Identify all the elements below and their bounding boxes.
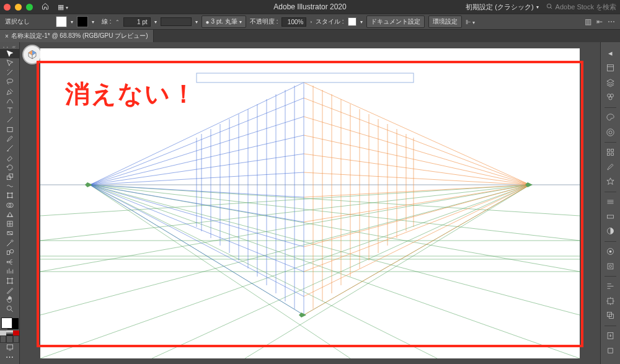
- annotation-text: 消えない！: [65, 77, 197, 111]
- expand-panels-icon[interactable]: ◂: [601, 46, 621, 61]
- shape-builder-tool[interactable]: [0, 200, 20, 210]
- brushes-icon[interactable]: [601, 159, 621, 174]
- color-mode-row[interactable]: [0, 331, 19, 335]
- canvas[interactable]: 消えない！: [20, 42, 600, 364]
- mesh-tool[interactable]: [0, 220, 20, 229]
- graphic-styles-icon[interactable]: [601, 259, 621, 273]
- properties-icon[interactable]: [601, 61, 621, 76]
- scale-tool[interactable]: [0, 172, 20, 181]
- style-swatch[interactable]: [348, 17, 356, 26]
- tab-label: 名称未設定-1* @ 68.83% (RGB/GPU プレビュー): [11, 32, 148, 40]
- svg-rect-97: [608, 64, 614, 71]
- app-title: Adobe Illustrator 2020: [273, 2, 346, 11]
- document-tab-strip: × 名称未設定-1* @ 68.83% (RGB/GPU プレビュー): [0, 30, 620, 42]
- maximize-window-button[interactable]: [26, 4, 33, 11]
- stock-search[interactable]: Adobe Stock を検索: [546, 2, 616, 12]
- eraser-tool[interactable]: [0, 153, 20, 162]
- rectangle-tool[interactable]: [0, 125, 20, 134]
- svg-rect-6: [9, 174, 12, 177]
- hand-tool[interactable]: [0, 295, 20, 304]
- perspective-widget[interactable]: [22, 45, 42, 64]
- line-tool[interactable]: [0, 115, 20, 125]
- svg-line-76: [304, 185, 530, 222]
- eyedropper-tool[interactable]: [0, 238, 20, 247]
- shaper-tool[interactable]: [0, 144, 20, 153]
- transparency-icon[interactable]: [601, 224, 621, 239]
- pathfinder-icon[interactable]: [601, 308, 621, 323]
- opacity-label: 不透明度 :: [250, 17, 278, 26]
- slice-tool[interactable]: [0, 285, 20, 295]
- transform-icon[interactable]: [601, 294, 621, 309]
- gradient-tool[interactable]: [0, 229, 20, 238]
- svg-line-50: [90, 185, 304, 197]
- prefs-button[interactable]: 環境設定: [428, 16, 462, 28]
- edit-toolbar-button[interactable]: ⋯: [0, 352, 20, 362]
- stroke-weight-input[interactable]: [123, 17, 151, 27]
- type-tool[interactable]: [0, 106, 20, 115]
- swatches-icon[interactable]: [601, 145, 621, 160]
- svg-rect-106: [611, 153, 614, 156]
- workspace-switcher[interactable]: 初期設定 (クラシック)▾: [466, 2, 538, 12]
- stroke-link-icon[interactable]: ⌃: [115, 19, 120, 25]
- libraries-icon[interactable]: [601, 90, 621, 105]
- search-icon: [546, 3, 553, 11]
- opacity-chevron-icon[interactable]: ›: [310, 19, 312, 25]
- varwidth-profile[interactable]: [161, 17, 192, 26]
- artboards-icon[interactable]: [601, 343, 621, 358]
- main-area: • • ≪: [0, 42, 620, 364]
- align-icon[interactable]: [601, 279, 621, 294]
- svg-rect-93: [197, 73, 414, 82]
- blend-tool[interactable]: [0, 247, 20, 257]
- graph-setting-icon[interactable]: ▥: [585, 17, 591, 26]
- stroke-swatch[interactable]: [77, 16, 88, 27]
- doc-setup-button[interactable]: ドキュメント設定: [366, 16, 425, 28]
- direct-selection-tool[interactable]: [0, 58, 20, 68]
- svg-line-3: [7, 117, 12, 122]
- pin-icon[interactable]: ⇤: [596, 17, 603, 26]
- draw-mode-bar[interactable]: [0, 335, 19, 342]
- artboard-tool[interactable]: [0, 276, 20, 285]
- asset-export-icon[interactable]: [601, 329, 621, 344]
- svg-line-71: [304, 117, 530, 185]
- home-icon[interactable]: [42, 2, 49, 11]
- lasso-tool[interactable]: [0, 78, 20, 87]
- svg-point-100: [609, 97, 612, 100]
- perspective-grid-tool[interactable]: [0, 210, 20, 219]
- fill-swatch[interactable]: [56, 16, 67, 27]
- svg-marker-96: [299, 313, 306, 317]
- symbols-icon[interactable]: [601, 174, 621, 189]
- artboard[interactable]: 消えない！: [40, 48, 580, 358]
- toolbox-drag-handle[interactable]: • • ≪: [0, 45, 19, 49]
- magic-wand-tool[interactable]: [0, 68, 20, 78]
- paintbrush-tool[interactable]: [0, 134, 20, 143]
- zoom-tool[interactable]: [0, 304, 20, 314]
- color-icon[interactable]: [601, 110, 621, 125]
- rotate-tool[interactable]: [0, 162, 20, 172]
- layers-icon[interactable]: [601, 75, 621, 90]
- selection-tool[interactable]: [0, 49, 20, 58]
- curvature-tool[interactable]: [0, 96, 20, 105]
- graph-tool[interactable]: [0, 267, 20, 276]
- free-transform-tool[interactable]: [0, 191, 20, 200]
- brush-select[interactable]: ● 3 pt. 丸筆 ▾: [202, 16, 246, 28]
- document-tab[interactable]: × 名称未設定-1* @ 68.83% (RGB/GPU プレビュー): [0, 30, 154, 42]
- appearance-icon[interactable]: [601, 244, 621, 259]
- stroke-icon[interactable]: [601, 195, 621, 210]
- width-tool[interactable]: [0, 182, 20, 191]
- fill-stroke-control[interactable]: [1, 317, 19, 329]
- screen-mode-button[interactable]: [0, 343, 20, 352]
- align-popup-icon[interactable]: ⊩ ▾: [466, 19, 476, 25]
- minimize-window-button[interactable]: [15, 4, 22, 11]
- opacity-input[interactable]: [281, 17, 306, 27]
- gradient-icon[interactable]: [601, 209, 621, 224]
- more-icon[interactable]: ⋯: [608, 17, 615, 26]
- fill-color-box[interactable]: [1, 317, 12, 329]
- arrange-documents-icon[interactable]: ▦ ▾: [58, 3, 68, 11]
- svg-point-2: [7, 79, 12, 83]
- color-guide-icon[interactable]: [601, 125, 621, 140]
- close-window-button[interactable]: [4, 4, 11, 11]
- svg-line-53: [90, 185, 304, 272]
- symbol-sprayer-tool[interactable]: [0, 257, 20, 267]
- tab-close-icon[interactable]: ×: [5, 33, 9, 40]
- pen-tool[interactable]: [0, 87, 20, 96]
